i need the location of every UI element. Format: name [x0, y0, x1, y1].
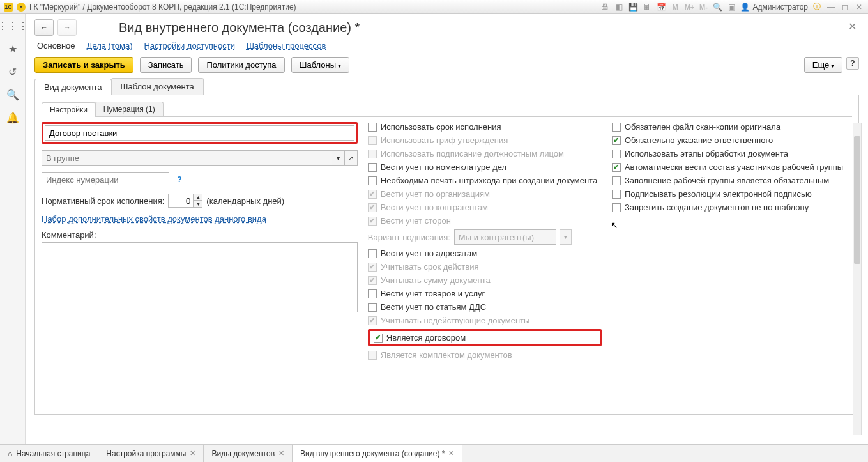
- titlebar: 1C ▾ ГК "Меркурий" / Документооборот 8 К…: [0, 0, 868, 14]
- search-icon[interactable]: 🔍: [6, 88, 19, 101]
- index-help-icon[interactable]: ?: [173, 173, 186, 186]
- group-dropdown-icon[interactable]: ▾: [332, 150, 345, 166]
- checkbox-icon[interactable]: ✔: [612, 163, 621, 172]
- app-menu-dropdown-icon[interactable]: ▾: [17, 3, 26, 12]
- m-plus-button[interactable]: М+: [684, 2, 694, 12]
- policies-button[interactable]: Политики доступа: [198, 57, 284, 73]
- checkbox-icon: [368, 150, 377, 158]
- comment-block: Комментарий:: [42, 230, 358, 314]
- checkbox-label: Вести учет сторон: [381, 216, 451, 226]
- checkbox-icon[interactable]: [612, 203, 621, 212]
- help-button[interactable]: ?: [846, 57, 859, 70]
- checkbox-label: Вести учет по организациям: [381, 189, 490, 199]
- window-icon[interactable]: ▣: [726, 2, 736, 12]
- save-icon[interactable]: 💾: [628, 2, 638, 12]
- bottom-tab-home[interactable]: ⌂ Начальная страница: [0, 445, 98, 462]
- templates-button[interactable]: Шаблоны: [291, 57, 349, 73]
- index-input[interactable]: [42, 172, 169, 187]
- window-title: ГК "Меркурий" / Документооборот 8 КОРП, …: [29, 3, 296, 12]
- print-icon[interactable]: 🖶: [600, 2, 610, 12]
- index-field-row: ?: [42, 172, 358, 187]
- more-button[interactable]: Еще: [804, 57, 842, 73]
- tab-settings[interactable]: Настройки: [42, 102, 96, 117]
- checkbox-icon: ✔: [368, 190, 377, 199]
- close-page-icon[interactable]: ✕: [848, 20, 857, 33]
- apps-grid-icon[interactable]: ⋮⋮⋮: [6, 19, 19, 32]
- checkbox-icon[interactable]: [612, 176, 621, 185]
- user-label[interactable]: 👤 Администратор: [740, 3, 808, 12]
- tab-numbering[interactable]: Нумерация (1): [95, 102, 164, 116]
- nav-forward-button[interactable]: →: [57, 19, 77, 36]
- checkbox-row: ✔Является договором: [374, 333, 466, 343]
- bottom-tab[interactable]: Вид внутреннего документа (создание) *✕: [293, 445, 462, 462]
- checkbox-label: Учитывать сумму документа: [381, 275, 491, 285]
- page-title: Вид внутреннего документа (создание) *: [119, 20, 360, 35]
- checkbox-row: Использовать срок исполнения: [368, 122, 602, 132]
- info-icon[interactable]: ⓘ: [812, 2, 822, 12]
- close-window-icon[interactable]: ✕: [854, 2, 864, 12]
- calculator-icon[interactable]: 🖩: [642, 2, 652, 12]
- nav-tab-cases[interactable]: Дела (тома): [87, 41, 133, 50]
- checkbox-icon[interactable]: [612, 150, 621, 158]
- checkbox-icon: ✔: [368, 203, 377, 212]
- save-button[interactable]: Записать: [140, 57, 192, 73]
- checkbox-label: Запретить создание документов не по шабл…: [625, 203, 809, 212]
- nav-tab-main[interactable]: Основное: [37, 41, 75, 50]
- nav-tab-templates[interactable]: Шаблоны процессов: [247, 41, 326, 50]
- checkbox-row: Вести учет по номенклатуре дел: [368, 162, 602, 172]
- tab-close-icon[interactable]: ✕: [278, 449, 284, 458]
- checkbox-icon[interactable]: [368, 176, 377, 185]
- checkbox-icon[interactable]: [368, 289, 377, 298]
- select-dropdown-icon: ▾: [560, 229, 572, 245]
- save-close-button[interactable]: Записать и закрыть: [34, 57, 133, 73]
- nav-tabs: Основное Дела (тома) Настройки доступнос…: [37, 41, 859, 50]
- checkbox-icon[interactable]: ✔: [612, 136, 621, 145]
- checkbox-icon[interactable]: [368, 123, 377, 132]
- history-icon[interactable]: ↺: [6, 65, 19, 78]
- sign-variant-label: Вариант подписания:: [368, 233, 450, 242]
- checkbox-icon[interactable]: [368, 303, 377, 312]
- deadline-input[interactable]: [168, 194, 194, 208]
- spinner-up-icon[interactable]: ▲: [194, 194, 202, 201]
- spinner-down-icon[interactable]: ▼: [194, 201, 202, 208]
- checkbox-icon[interactable]: [612, 190, 621, 199]
- group-input[interactable]: [42, 150, 358, 166]
- bottom-tab[interactable]: Настройка программы✕: [98, 445, 204, 462]
- extra-props-link[interactable]: Набор дополнительных свойств документов …: [42, 214, 358, 224]
- bottom-tab-bar: ⌂ Начальная страница Настройка программы…: [0, 444, 868, 462]
- calendar-icon[interactable]: 📅: [656, 2, 666, 12]
- checkbox-icon[interactable]: [368, 163, 377, 172]
- checkbox-icon[interactable]: [368, 249, 377, 258]
- sign-variant-select: [454, 229, 556, 245]
- maximize-icon[interactable]: ◻: [840, 2, 850, 12]
- m-button[interactable]: М: [670, 2, 680, 12]
- checkbox-icon[interactable]: [612, 123, 621, 132]
- checkbox-icon[interactable]: ✔: [374, 334, 383, 343]
- checkbox-label: Автоматически вести состав участников ра…: [625, 162, 843, 172]
- minimize-icon[interactable]: —: [826, 2, 836, 12]
- preview-icon[interactable]: ◧: [614, 2, 624, 12]
- checkbox-row: Обязателен файл скан-копии оригинала: [612, 122, 852, 132]
- tab-doc-template[interactable]: Шаблон документа: [111, 78, 204, 95]
- scrollbar[interactable]: [853, 123, 862, 435]
- tab-close-icon[interactable]: ✕: [448, 449, 454, 458]
- scrollbar-thumb[interactable]: [854, 136, 860, 264]
- m-minus-button[interactable]: М-: [698, 2, 708, 12]
- name-input[interactable]: [45, 125, 354, 141]
- tab-close-icon[interactable]: ✕: [190, 449, 195, 458]
- zoom-icon[interactable]: 🔍: [712, 2, 722, 12]
- group-open-icon[interactable]: ↗: [345, 150, 358, 166]
- checkbox-icon: ✔: [368, 263, 377, 272]
- notifications-icon[interactable]: 🔔: [6, 111, 19, 124]
- checkbox-label: Заполнение рабочей группы является обяза…: [625, 176, 829, 185]
- bottom-tab[interactable]: Виды документов✕: [204, 445, 293, 462]
- nav-tab-access[interactable]: Настройки доступности: [144, 41, 234, 50]
- checkbox-label: Является договором: [386, 333, 466, 343]
- checkbox-row: Вести учет по статьям ДДС: [368, 302, 602, 312]
- comment-textarea[interactable]: [42, 242, 358, 312]
- tab-doc-type[interactable]: Вид документа: [34, 79, 112, 95]
- favorite-star-icon[interactable]: ★: [6, 42, 19, 55]
- checkbox-icon: [368, 136, 377, 145]
- checkbox-label: Использовать гриф утверждения: [381, 135, 508, 145]
- nav-back-button[interactable]: ←: [34, 19, 54, 36]
